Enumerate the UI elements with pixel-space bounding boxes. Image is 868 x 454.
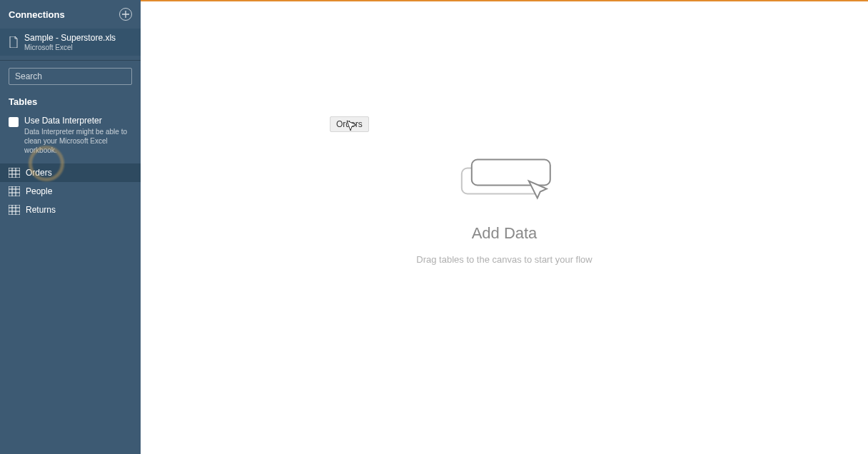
search-wrap — [0, 61, 141, 89]
data-interpreter-checkbox[interactable] — [9, 117, 19, 127]
connection-text: Sample - Superstore.xls Microsoft Excel — [24, 33, 116, 51]
connections-header: Connections — [0, 0, 141, 29]
data-interpreter-label: Use Data Interpreter — [24, 116, 132, 126]
plus-icon — [122, 11, 129, 18]
empty-state: Add Data Drag tables to the canvas to st… — [416, 155, 592, 264]
table-icon — [9, 168, 20, 178]
table-item-label: People — [26, 186, 52, 196]
drag-token: Orders — [330, 116, 369, 132]
empty-state-headline: Add Data — [416, 223, 592, 242]
table-list: Orders People Returns — [0, 163, 141, 219]
connection-item[interactable]: Sample - Superstore.xls Microsoft Excel — [0, 29, 141, 56]
svg-rect-3 — [9, 205, 20, 215]
svg-rect-1 — [9, 168, 20, 178]
table-item-label: Returns — [26, 205, 56, 215]
table-item-orders[interactable]: Orders — [0, 163, 141, 182]
add-connection-button[interactable] — [119, 8, 132, 21]
table-icon — [9, 205, 20, 215]
table-item-returns[interactable]: Returns — [0, 201, 141, 219]
connection-type: Microsoft Excel — [24, 44, 116, 51]
add-data-illustration — [416, 155, 592, 208]
data-interpreter-row[interactable]: Use Data Interpreter Data Interpreter mi… — [0, 113, 141, 159]
canvas-area[interactable]: Orders Add Data Drag tables to the canva… — [141, 0, 868, 454]
sidebar: Connections Sample - Superstore.xls Micr… — [0, 0, 141, 454]
data-interpreter-text: Use Data Interpreter Data Interpreter mi… — [24, 116, 132, 155]
search-box[interactable] — [9, 68, 132, 85]
tables-section-label: Tables — [0, 89, 141, 113]
table-item-people[interactable]: People — [0, 182, 141, 201]
table-item-label: Orders — [26, 168, 52, 178]
data-interpreter-hint: Data Interpreter might be able to clean … — [24, 127, 132, 155]
search-input[interactable] — [9, 71, 128, 81]
svg-rect-5 — [472, 159, 550, 185]
connection-name: Sample - Superstore.xls — [24, 33, 116, 43]
connections-label: Connections — [9, 9, 65, 20]
drag-token-label: Orders — [336, 119, 363, 129]
empty-state-sub: Drag tables to the canvas to start your … — [416, 253, 592, 264]
svg-rect-2 — [9, 186, 20, 196]
table-icon — [9, 186, 20, 196]
file-icon — [9, 36, 19, 48]
